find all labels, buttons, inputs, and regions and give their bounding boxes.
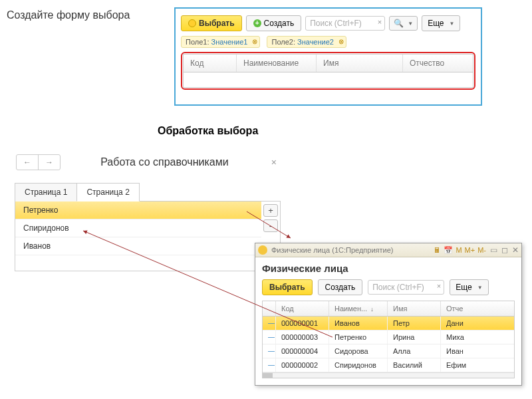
col-naim[interactable]: Наимен... ↓ [329,301,388,316]
page-title: Физические лица [262,263,515,274]
cell-naim: Иванов [329,317,388,330]
mminus-button[interactable]: M- [477,246,486,254]
cell-kod: 000000004 [276,344,329,358]
cell-naim: Спиридонов [329,358,388,372]
choice-form-window: Выбрать + Создать Поиск (Ctrl+F) × 🔍▼ Ещ… [174,7,482,106]
cell-otch: Ефим [441,358,514,372]
select-button[interactable]: Выбрать [181,15,242,31]
cell-naim: Сидорова [329,344,388,358]
label-create-form: Создайте форму выбора [7,9,130,21]
nav-forward-button[interactable]: → [39,155,60,170]
label-process-choice: Обработка выбора [158,125,258,137]
plus-icon: + [253,19,261,27]
filter-field: Поле1: [186,38,209,46]
catalog-work-window: ← → Работа со справочниками × Страница 1… [15,152,281,271]
col-marker[interactable] [263,301,276,316]
col-kod[interactable]: Код [276,301,329,316]
grid: Код Наимен... ↓ Имя Отче — 000000001 Ива… [262,301,515,378]
col-imya[interactable]: Имя [388,301,441,316]
col-imya[interactable]: Имя [317,55,403,72]
close-icon[interactable]: ⊗ [252,38,257,45]
search-button[interactable]: 🔍▼ [389,16,418,31]
select-button-label: Выбрать [199,19,235,28]
select-button-label: Выбрать [269,283,305,292]
grid-header: Код Наименование Имя Отчество [184,55,473,72]
clear-search-icon[interactable]: × [437,282,441,290]
nav-buttons: ← → [16,154,61,170]
cell-kod: 000000003 [276,331,329,344]
col-otch[interactable]: Отче [441,301,514,316]
app-icon [258,245,267,255]
row-marker-icon: — [263,358,276,372]
tab-page2[interactable]: Страница 2 [76,183,139,201]
search-input[interactable]: Поиск (Ctrl+F) × [305,16,385,31]
nav-back-button[interactable]: ← [17,155,39,170]
list-item[interactable]: Петренко [15,201,261,219]
cell-imya: Петр [388,317,441,330]
sort-icon: ↓ [370,306,374,313]
table-row[interactable]: — 000000002 Спиридонов Василий Ефим [263,358,514,372]
add-button[interactable]: + [263,204,278,217]
col-naim[interactable]: Наименование [237,55,317,72]
cell-kod: 000000002 [276,358,329,372]
table-row[interactable]: — 000000001 Иванов Петр Дани [263,317,514,331]
toolbar: Выбрать Создать Поиск (Ctrl+F) × Еще▼ [262,279,515,295]
select-button[interactable]: Выбрать [262,279,313,295]
list-item[interactable]: Иванов [15,237,261,255]
grid-highlight: Код Наименование Имя Отчество [181,52,475,90]
system-tools: 🖩 📅 M M+ M- [434,246,486,255]
table-row[interactable]: — 000000004 Сидорова Алла Иван [263,344,514,358]
toolbar: Выбрать + Создать Поиск (Ctrl+F) × 🔍▼ Ещ… [180,13,477,34]
search-input[interactable]: Поиск (Ctrl+F) × [368,280,444,295]
col-otch[interactable]: Отчество [403,55,473,72]
tab-page1[interactable]: Страница 1 [15,183,77,201]
mplus-button[interactable]: M+ [465,246,475,254]
row-marker-icon: — [263,344,276,358]
remove-button[interactable]: - [263,219,278,232]
list: Петренко Спиридонов Иванов [15,201,261,271]
chevron-down-icon: ▼ [450,21,455,27]
tabstrip: Страница 1 Страница 2 [15,182,281,201]
filter-value: Значение1 [211,38,248,46]
minimize-icon[interactable]: ▭ [490,245,497,255]
cell-kod: 000000001 [276,317,329,330]
list-item[interactable]: Спиридонов [15,219,261,237]
chevron-down-icon: ▼ [408,21,413,27]
close-icon[interactable]: × [269,157,279,168]
select-icon [188,19,196,27]
create-button[interactable]: + Создать [246,15,302,31]
row-marker-icon: — [263,331,276,344]
filter-bar: Поле1: Значение1 ⊗ Поле2: Значение2 ⊗ [180,34,477,52]
filter-field: Поле2: [271,38,295,46]
calc-icon[interactable]: 🖩 [434,246,441,254]
maximize-icon[interactable]: ◻ [501,245,508,255]
grid-body [184,72,473,87]
create-button-label: Создать [325,283,356,292]
create-button-label: Создать [264,19,295,28]
window-title: Работа со справочниками [66,156,263,168]
search-placeholder: Поиск (Ctrl+F) [372,283,424,292]
clear-search-icon[interactable]: × [378,18,382,26]
more-button[interactable]: Еще▼ [422,15,460,31]
filter-chip[interactable]: Поле1: Значение1 ⊗ [181,36,260,48]
persons-selection-window: Физические лица (1С:Предприятие) 🖩 📅 M M… [255,243,522,386]
horizontal-scrollbar[interactable] [263,372,514,378]
cell-imya: Ирина [388,331,441,344]
table-row[interactable]: — 000000003 Петренко Ирина Миха [263,331,514,344]
col-kod[interactable]: Код [184,55,237,72]
col-naim-label: Наимен... [334,305,367,313]
close-icon[interactable]: ✕ [512,245,519,255]
more-button-label: Еще [456,283,471,292]
more-button[interactable]: Еще▼ [450,279,488,295]
grid: Код Наименование Имя Отчество [183,54,473,88]
cell-imya: Василий [388,358,441,372]
create-button[interactable]: Создать [318,279,363,295]
cell-imya: Алла [388,344,441,358]
calendar-icon[interactable]: 📅 [444,246,453,255]
close-icon[interactable]: ⊗ [338,38,344,45]
filter-chip[interactable]: Поле2: Значение2 ⊗ [267,36,346,48]
search-icon: 🔍 [394,19,404,28]
cell-otch: Дани [441,317,514,330]
search-placeholder: Поиск (Ctrl+F) [310,19,362,28]
m-button[interactable]: M [456,246,462,254]
